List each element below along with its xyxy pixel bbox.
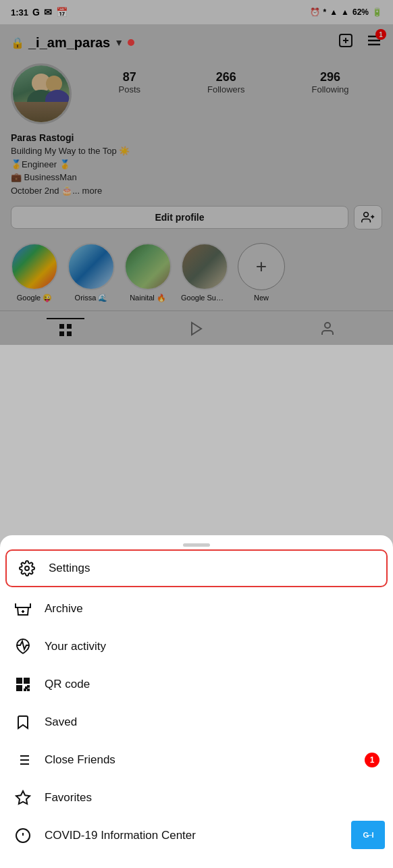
create-post-button[interactable] [338,32,354,53]
menu-item-archive[interactable]: Archive [0,590,393,628]
svg-rect-12 [67,331,72,336]
profile-tab-bar [0,310,393,345]
bio-line-3: 💼 BusinessMan [11,172,77,182]
svg-rect-26 [24,689,26,690]
covid-icon [14,828,32,844]
posts-label: Posts [118,84,140,94]
menu-item-qr-code[interactable]: QR code [0,666,393,703]
posts-count: 87 [123,70,136,84]
edit-section: Edit profile [0,205,393,238]
favorites-label: Favorites [45,791,92,805]
highlight-label-nainital: Nainital 🔥 [130,294,166,302]
highlight-circle-google [11,243,58,290]
svg-rect-20 [26,680,28,682]
bio-text: Building My Way to the Top ☀️ 🥇Engineer … [11,144,382,197]
following-label: Following [312,84,349,94]
avatar[interactable] [11,63,72,124]
followers-count: 266 [216,70,236,84]
bio-line-4: October 2nd 🎂... more [11,186,102,196]
close-friends-badge: 1 [365,753,379,767]
menu-item-covid[interactable]: COVID-19 Information Center [0,817,393,855]
status-indicators: ⏰ * ▲ ▲ 62% 🔋 [310,7,382,17]
profile-area: 🔒 _i_am_paras ▼ 1 [0,24,393,345]
svg-point-13 [325,323,330,328]
battery-icon: 🔋 [372,7,382,17]
menu-item-settings[interactable]: Settings [5,549,388,587]
svg-rect-27 [28,689,29,690]
profile-header: 🔒 _i_am_paras ▼ 1 [0,24,393,58]
highlights-section: Google 😜 Orissa 🌊 Nainital 🔥 Google Summ… [0,238,393,310]
highlight-circle-orissa [68,243,115,290]
menu-item-saved[interactable]: Saved [0,703,393,741]
svg-rect-25 [28,686,29,687]
highlight-label-new: New [254,294,269,302]
bio-section: Paras Rastogi Building My Way to the Top… [0,132,393,205]
close-friends-icon [14,752,32,768]
menu-item-favorites[interactable]: Favorites [0,779,393,817]
highlight-nainital[interactable]: Nainital 🔥 [124,243,172,302]
highlight-google-summit[interactable]: Google Summi... [181,243,228,302]
edit-profile-button[interactable]: Edit profile [11,206,348,229]
archive-label: Archive [45,602,83,616]
svg-marker-34 [16,791,30,804]
svg-rect-11 [59,331,64,336]
header-actions: 1 [338,32,382,53]
settings-icon [18,560,36,576]
tab-reels[interactable] [178,318,215,345]
highlight-label-google2: Google Summi... [181,294,228,302]
sheet-handle [183,543,210,547]
mail-icon: ✉ [44,7,52,18]
tab-grid[interactable] [47,318,84,345]
add-person-button[interactable] [354,205,382,229]
settings-label: Settings [49,562,90,575]
highlight-orissa[interactable]: Orissa 🌊 [68,243,115,302]
posts-stat[interactable]: 87 Posts [118,70,140,94]
highlight-circle-new: + [238,243,285,290]
followers-stat[interactable]: 266 Followers [207,70,245,94]
saved-label: Saved [45,715,77,729]
svg-rect-9 [59,324,64,329]
menu-item-your-activity[interactable]: Your activity [0,628,393,666]
time-display: 1:31 [11,7,28,18]
calendar-icon: 📅 [56,7,68,18]
username-section[interactable]: 🔒 _i_am_paras ▼ [11,35,134,51]
wifi-icon: ▲ [330,7,338,17]
username: _i_am_paras [28,35,110,51]
status-bar: 1:31 G ✉ 📅 ⏰ * ▲ ▲ 62% 🔋 [0,0,393,24]
svg-point-6 [364,213,369,217]
highlight-label-google: Google 😜 [17,294,53,302]
favorites-icon [14,790,32,806]
profile-name: Paras Rastogi [11,132,382,143]
lock-icon: 🔒 [11,36,24,49]
following-count: 296 [320,70,340,84]
menu-item-close-friends[interactable]: Close Friends 1 [0,741,393,779]
alarm-icon: ⏰ [310,7,320,17]
svg-rect-10 [67,324,72,329]
archive-icon [14,601,32,617]
status-time: 1:31 G ✉ 📅 [11,7,68,18]
svg-rect-18 [18,680,20,682]
tab-tagged[interactable] [309,318,346,345]
qr-code-label: QR code [45,678,90,691]
following-stat[interactable]: 296 Following [312,70,349,94]
notification-count: 1 [375,29,386,40]
highlight-new[interactable]: + New [238,243,285,302]
live-indicator [128,39,134,46]
profile-info: 87 Posts 266 Followers 296 Following [0,58,393,132]
chevron-down-icon: ▼ [114,37,124,48]
qr-code-icon [14,676,32,693]
followers-label: Followers [207,84,245,94]
highlight-google[interactable]: Google 😜 [11,243,58,302]
covid-label: COVID-19 Information Center [45,829,196,842]
svg-rect-24 [26,687,27,688]
hamburger-menu-button[interactable]: 1 [366,32,382,53]
grdi-watermark: G⌐I [351,821,385,849]
bio-line-1: Building My Way to the Top ☀️ [11,146,130,156]
saved-icon [14,714,32,730]
signal-icon: ▲ [341,7,349,17]
bluetooth-icon: * [323,7,327,17]
battery-display: 62% [352,7,369,17]
svg-point-14 [25,566,29,570]
highlight-circle-google2 [181,243,228,290]
close-friends-label: Close Friends [45,753,115,767]
